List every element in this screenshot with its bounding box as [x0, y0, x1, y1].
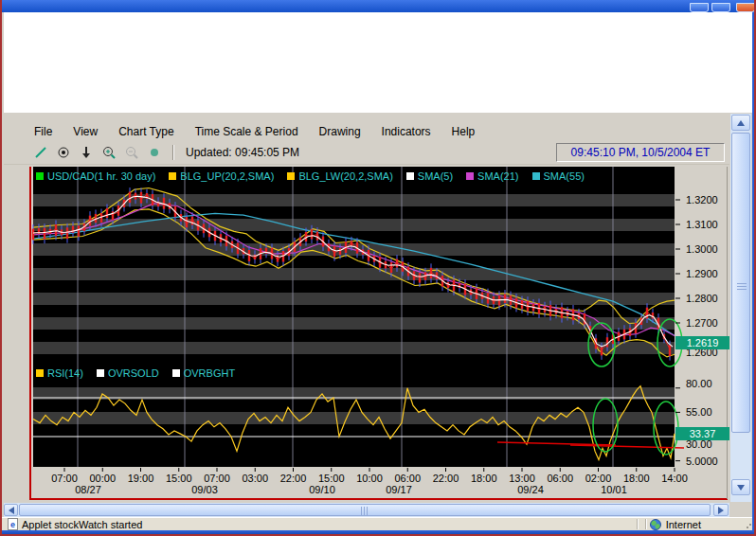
legend-swatch — [287, 172, 295, 180]
legend-label: SMA(21) — [477, 170, 518, 182]
legend-item-sma-55: SMA(55) — [532, 170, 585, 182]
applet-right-edge — [727, 167, 728, 499]
time-label: 06:00 — [387, 473, 428, 484]
time-label: 06:00 — [539, 473, 581, 484]
time-label: 07:00 — [44, 473, 85, 484]
legend-item-sma-21: SMA(21) — [466, 170, 518, 182]
date-label: 10/01 — [593, 484, 635, 495]
rsi-tick-label: 55.00 — [686, 406, 712, 418]
time-label: 18:00 — [463, 473, 505, 484]
legend-label: RSI(14) — [47, 367, 83, 379]
time-label: 15:00 — [311, 473, 352, 484]
time-label: 22:00 — [425, 473, 467, 484]
legend-swatch — [36, 172, 44, 180]
date-label: 09/10 — [301, 484, 343, 495]
legend-swatch — [172, 369, 180, 377]
legend-label: SMA(55) — [544, 170, 585, 182]
rsi-tick-label: 80.00 — [686, 378, 712, 389]
legend-label: OVRBGHT — [184, 367, 235, 379]
legend-label: USD/CAD(1 hr. 30 day) — [47, 170, 155, 182]
current-price-badge: 1.2619 — [675, 336, 729, 349]
date-label: 09/17 — [378, 484, 420, 495]
chart-canvas[interactable] — [2, 0, 756, 536]
price-tick-label: 1.2700 — [686, 317, 718, 329]
legend-swatch — [36, 369, 44, 377]
rsi-legend: RSI(14)OVRSOLDOVRBGHT — [36, 367, 235, 379]
legend-swatch — [406, 172, 414, 180]
time-label: 10:00 — [349, 473, 390, 484]
time-label: 14:00 — [654, 473, 695, 484]
time-label: 15:00 — [158, 473, 200, 484]
legend-swatch — [532, 172, 540, 180]
legend-swatch — [466, 172, 474, 180]
legend-item-ovrsold: OVRSOLD — [97, 367, 159, 379]
time-label: 13:00 — [501, 473, 543, 484]
time-label: 18:00 — [616, 473, 657, 484]
current-rsi-badge: 33.37 — [675, 427, 729, 440]
date-label: 09/03 — [184, 484, 225, 495]
date-label: 08/27 — [67, 484, 109, 495]
time-label: 03:00 — [234, 473, 276, 484]
price-tick-label: 1.3000 — [686, 243, 718, 255]
legend-item-rsi-14: RSI(14) — [36, 367, 83, 379]
legend-item-blg-up-20-2-sma: BLG_UP(20,2,SMA) — [169, 170, 274, 182]
rsi-tick-label: 5.0000 — [686, 456, 718, 467]
price-tick-label: 1.2800 — [686, 293, 718, 304]
price-tick-label: 1.3100 — [686, 219, 718, 230]
legend-swatch — [97, 369, 104, 377]
time-label: 22:00 — [273, 473, 315, 484]
legend-item-usd-cad-1-hr-30-day: USD/CAD(1 hr. 30 day) — [36, 170, 155, 182]
time-label: 02:00 — [578, 473, 620, 484]
legend-label: SMA(5) — [418, 170, 453, 182]
legend-swatch — [169, 172, 176, 180]
legend-item-blg-lw-20-2-sma: BLG_LW(20,2,SMA) — [287, 170, 392, 182]
time-label: 00:00 — [81, 473, 123, 484]
price-legend: USD/CAD(1 hr. 30 day)BLG_UP(20,2,SMA)BLG… — [36, 170, 585, 182]
price-tick-label: 1.3200 — [686, 194, 718, 205]
date-label: 09/24 — [510, 484, 551, 495]
legend-label: BLG_UP(20,2,SMA) — [180, 170, 274, 182]
rsi-tick-label-partial: 30.00 — [686, 438, 712, 450]
legend-item-ovrbght: OVRBGHT — [172, 367, 235, 379]
price-tick-label: 1.2900 — [686, 268, 718, 279]
legend-item-sma-5: SMA(5) — [406, 170, 453, 182]
time-label: 19:00 — [120, 473, 162, 484]
screen: FileViewChart TypeTime Scale & PeriodDra… — [0, 0, 756, 536]
legend-label: BLG_LW(20,2,SMA) — [298, 170, 392, 182]
legend-label: OVRSOLD — [108, 367, 159, 379]
time-label: 07:00 — [196, 473, 238, 484]
